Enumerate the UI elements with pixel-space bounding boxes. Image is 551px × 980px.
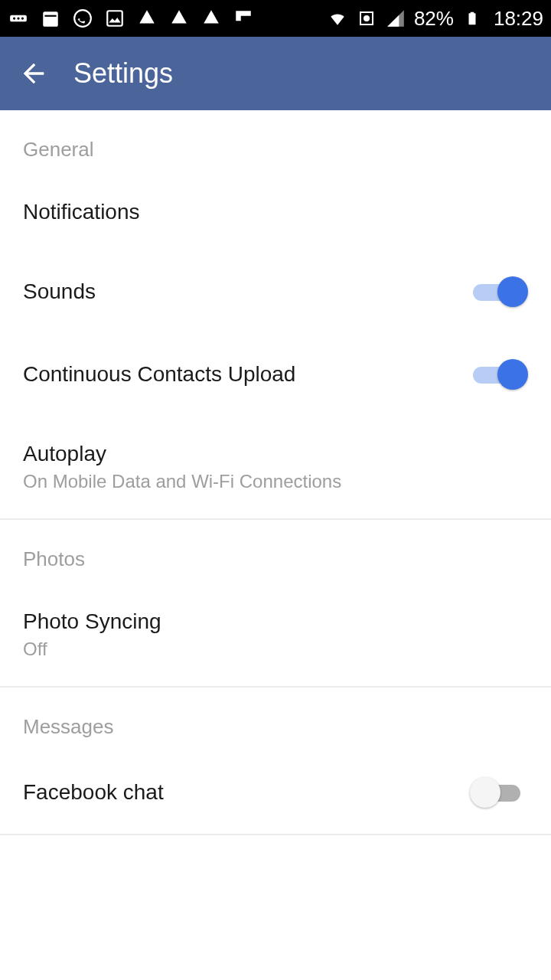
svg-point-1 [13, 17, 15, 19]
arrow-left-icon [18, 58, 49, 89]
wifi-icon [327, 8, 348, 29]
svg-point-6 [74, 10, 91, 27]
sounds-toggle[interactable] [473, 276, 528, 307]
section-header-messages: Messages [0, 688, 551, 751]
settings-content: General Notifications Sounds Continuous … [0, 110, 551, 835]
status-right-icons: 82% 18:29 [327, 7, 543, 31]
app-bar: Settings [0, 37, 551, 110]
switch-thumb [470, 777, 500, 808]
svg-rect-5 [44, 15, 56, 17]
setting-subtitle: Off [23, 639, 528, 660]
calendar-icon [40, 8, 61, 29]
more-icon [8, 8, 29, 29]
setting-autoplay[interactable]: Autoplay On Mobile Data and Wi-Fi Connec… [0, 416, 551, 518]
setting-title: Sounds [23, 279, 473, 304]
data-icon [356, 8, 377, 29]
setting-photo-syncing[interactable]: Photo Syncing Off [0, 583, 551, 686]
svg-rect-10 [468, 13, 475, 24]
svg-rect-4 [43, 11, 58, 27]
divider [0, 834, 551, 835]
setting-sounds[interactable]: Sounds [0, 250, 551, 333]
flipboard-icon [233, 8, 254, 29]
drive-icon-2 [168, 8, 190, 29]
section-header-general: General [0, 110, 551, 174]
clock: 18:29 [494, 7, 543, 31]
back-button[interactable] [15, 55, 52, 92]
svg-point-2 [17, 17, 19, 19]
svg-rect-7 [107, 11, 122, 26]
status-bar: 82% 18:29 [0, 0, 551, 37]
setting-title: Autoplay [23, 442, 528, 466]
switch-thumb [497, 276, 528, 307]
setting-title: Photo Syncing [23, 609, 528, 634]
setting-facebook-chat[interactable]: Facebook chat [0, 751, 551, 834]
contacts-upload-toggle[interactable] [473, 359, 528, 390]
setting-title: Notifications [23, 200, 528, 224]
svg-point-9 [364, 15, 370, 21]
setting-title: Facebook chat [23, 780, 473, 805]
setting-title: Continuous Contacts Upload [23, 362, 473, 387]
page-title: Settings [73, 57, 173, 90]
battery-percent: 82% [414, 7, 454, 31]
section-header-photos: Photos [0, 520, 551, 583]
drive-icon-3 [201, 8, 222, 29]
svg-point-3 [21, 17, 24, 19]
setting-contacts-upload[interactable]: Continuous Contacts Upload [0, 333, 551, 416]
switch-thumb [497, 359, 528, 390]
setting-notifications[interactable]: Notifications [0, 174, 551, 250]
battery-icon [461, 8, 483, 29]
svg-rect-11 [471, 12, 474, 14]
setting-subtitle: On Mobile Data and Wi-Fi Connections [23, 471, 528, 492]
facebook-chat-toggle[interactable] [473, 777, 528, 808]
signal-icon [385, 8, 406, 29]
image-icon [104, 8, 126, 29]
status-left-icons [8, 8, 254, 29]
drive-icon-1 [136, 8, 158, 29]
whatsapp-icon [72, 8, 93, 29]
